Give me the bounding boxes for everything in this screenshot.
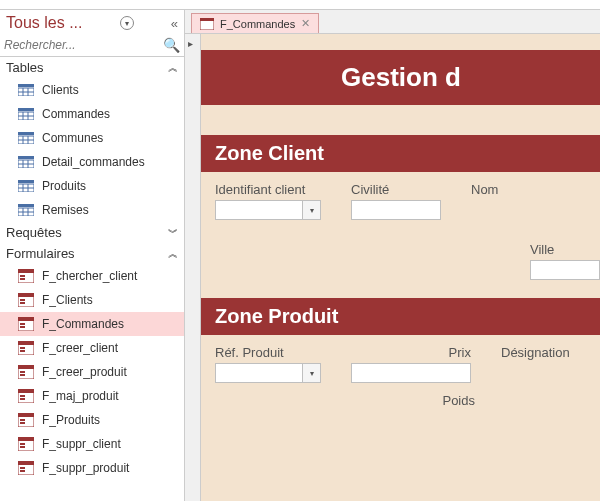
form-icon	[18, 293, 34, 307]
nav-item-label: F_creer_produit	[42, 365, 127, 379]
field-ref-produit: Réf. Produit ▾	[215, 345, 321, 383]
form-item-suppr-produit[interactable]: F_suppr_produit	[0, 456, 184, 480]
ville-input[interactable]	[530, 260, 600, 280]
svg-rect-20	[18, 180, 34, 183]
client-fields-row1: Identifiant client ▾ Civilité Nom	[201, 172, 600, 220]
svg-rect-31	[18, 269, 34, 273]
nav-item-label: F_chercher_client	[42, 269, 137, 283]
svg-rect-60	[20, 443, 25, 445]
form-item-maj-produit[interactable]: F_maj_produit	[0, 384, 184, 408]
nav-item-label: Commandes	[42, 107, 110, 121]
search-input[interactable]	[4, 38, 163, 52]
group-requetes-label: Requêtes	[6, 225, 62, 240]
field-identifiant-client: Identifiant client ▾	[215, 182, 321, 220]
table-item-communes[interactable]: Communes	[0, 126, 184, 150]
section-produit-heading: Zone Produit	[201, 298, 600, 335]
designation-label: Désignation	[501, 345, 570, 360]
field-poids: Poids	[355, 393, 475, 408]
svg-rect-33	[20, 278, 25, 280]
form-item-suppr-client[interactable]: F_suppr_client	[0, 432, 184, 456]
chevron-up-icon: ︽	[168, 61, 176, 75]
ref-produit-combo[interactable]: ▾	[215, 363, 321, 383]
nav-item-label: Remises	[42, 203, 89, 217]
svg-rect-25	[18, 204, 34, 207]
table-icon	[18, 155, 34, 169]
svg-rect-0	[18, 84, 34, 87]
svg-rect-36	[20, 299, 25, 301]
table-icon	[18, 83, 34, 97]
group-requetes[interactable]: Requêtes ︾	[0, 222, 184, 243]
chevron-down-icon: ︾	[168, 226, 176, 240]
table-icon	[18, 203, 34, 217]
svg-rect-65	[20, 470, 25, 472]
table-icon	[18, 107, 34, 121]
table-item-clients[interactable]: Clients	[0, 78, 184, 102]
svg-rect-44	[20, 347, 25, 349]
field-nom: Nom	[471, 182, 498, 197]
poids-label: Poids	[355, 393, 475, 408]
form-icon	[18, 269, 34, 283]
form-item-creer-client[interactable]: F_creer_client	[0, 336, 184, 360]
svg-rect-35	[18, 293, 34, 297]
svg-rect-10	[18, 132, 34, 135]
table-item-commandes[interactable]: Commandes	[0, 102, 184, 126]
svg-rect-61	[20, 446, 25, 448]
record-selector[interactable]: ▸	[185, 34, 201, 501]
group-tables[interactable]: Tables ︽	[0, 57, 184, 78]
prix-input[interactable]	[351, 363, 471, 383]
identifiant-client-label: Identifiant client	[215, 182, 321, 197]
nav-dropdown-icon[interactable]: ▾	[120, 16, 134, 30]
table-item-remises[interactable]: Remises	[0, 198, 184, 222]
table-item-detail-commandes[interactable]: Detail_commandes	[0, 150, 184, 174]
form-title: Gestion d	[201, 50, 600, 105]
form-item-creer-produit[interactable]: F_creer_produit	[0, 360, 184, 384]
nav-collapse-icon[interactable]: «	[171, 16, 178, 31]
tab-f-commandes[interactable]: F_Commandes ✕	[191, 13, 319, 33]
form-item-chercher-client[interactable]: F_chercher_client	[0, 264, 184, 288]
group-tables-label: Tables	[6, 60, 44, 75]
group-formulaires[interactable]: Formulaires ︽	[0, 243, 184, 264]
chevron-down-icon[interactable]: ▾	[303, 200, 321, 220]
svg-rect-55	[18, 413, 34, 417]
table-icon	[18, 179, 34, 193]
nav-item-label: F_Commandes	[42, 317, 124, 331]
form-icon	[18, 389, 34, 403]
nav-title: Tous les ...	[6, 14, 82, 32]
navigation-pane: Tous les ... ▾ « 🔍 Tables ︽ Clients Comm…	[0, 10, 185, 501]
svg-rect-32	[20, 275, 25, 277]
field-prix: Prix	[351, 345, 471, 383]
nav-item-label: Produits	[42, 179, 86, 193]
chevron-down-icon[interactable]: ▾	[303, 363, 321, 383]
svg-rect-56	[20, 419, 25, 421]
form-item-commandes[interactable]: F_Commandes	[0, 312, 184, 336]
svg-rect-57	[20, 422, 25, 424]
svg-rect-49	[20, 374, 25, 376]
table-icon	[18, 131, 34, 145]
civilite-label: Civilité	[351, 182, 441, 197]
prix-label: Prix	[351, 345, 471, 360]
nav-search: 🔍	[0, 34, 184, 57]
svg-rect-40	[20, 323, 25, 325]
svg-rect-41	[20, 326, 25, 328]
table-item-produits[interactable]: Produits	[0, 174, 184, 198]
identifiant-client-input[interactable]	[215, 200, 303, 220]
svg-rect-48	[20, 371, 25, 373]
close-icon[interactable]: ✕	[301, 17, 310, 30]
svg-rect-47	[18, 365, 34, 369]
identifiant-client-combo[interactable]: ▾	[215, 200, 321, 220]
section-client-heading: Zone Client	[201, 135, 600, 172]
svg-rect-67	[200, 18, 214, 21]
form-icon	[18, 365, 34, 379]
ref-produit-input[interactable]	[215, 363, 303, 383]
field-designation: Désignation	[501, 345, 570, 360]
form-item-clients[interactable]: F_Clients	[0, 288, 184, 312]
search-icon[interactable]: 🔍	[163, 37, 180, 53]
svg-rect-64	[20, 467, 25, 469]
form-icon	[18, 437, 34, 451]
form-item-produits[interactable]: F_Produits	[0, 408, 184, 432]
tab-bar: F_Commandes ✕	[185, 10, 600, 34]
civilite-input[interactable]	[351, 200, 441, 220]
form-icon	[200, 18, 214, 30]
client-fields-row2: Ville	[201, 220, 600, 280]
produit-fields-row1: Réf. Produit ▾ Prix Désignation	[201, 335, 600, 383]
